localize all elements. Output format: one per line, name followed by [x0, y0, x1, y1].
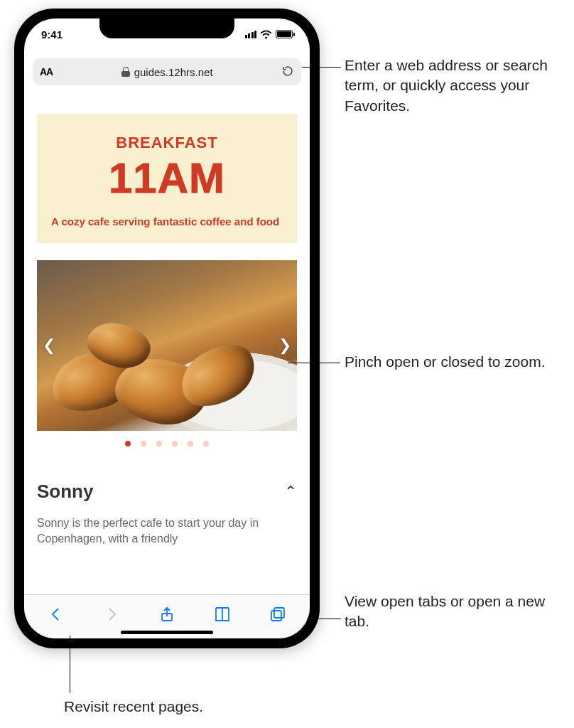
carousel-image[interactable]: ❮ ❯ [37, 260, 297, 431]
carousel-dot[interactable] [125, 441, 131, 446]
carousel-dot[interactable] [188, 441, 193, 446]
share-button[interactable] [153, 600, 181, 628]
callout-lead [302, 67, 341, 68]
article-title: Sonny [37, 481, 93, 503]
url-bar[interactable]: AA guides.12hrs.net [33, 58, 301, 85]
status-right [245, 30, 293, 39]
callout-zoom: Pinch open or closed to zoom. [345, 352, 546, 372]
carousel-dot[interactable] [141, 441, 146, 446]
carousel-next-button[interactable]: ❯ [278, 336, 291, 355]
carousel-dot[interactable] [156, 441, 162, 446]
banner-subtitle: A cozy cafe serving fantastic coffee and… [51, 215, 283, 228]
url-display[interactable]: guides.12hrs.net [121, 66, 213, 78]
carousel-prev-button[interactable]: ❮ [43, 336, 55, 355]
carousel-dots[interactable] [37, 441, 297, 446]
forward-button [97, 600, 126, 628]
article: Sonny ⌃ Sonny is the perfect cafe to sta… [37, 481, 297, 547]
callout-history: Revisit recent pages. [64, 697, 203, 717]
url-domain: guides.12hrs.net [134, 66, 213, 78]
reload-button[interactable] [281, 65, 294, 80]
svg-rect-2 [271, 611, 281, 621]
home-indicator[interactable] [121, 631, 213, 634]
wifi-icon [260, 30, 272, 39]
banner-label: BREAKFAST [51, 134, 283, 152]
article-body: Sonny is the perfect cafe to start your … [37, 515, 297, 547]
text-size-button[interactable]: AA [40, 66, 53, 77]
carousel-dot[interactable] [172, 441, 178, 446]
status-time: 9:41 [41, 28, 63, 41]
tabs-button[interactable] [264, 600, 292, 628]
bookmarks-button[interactable] [208, 600, 237, 628]
screen: 9:41 AA guides.12hrs.net BREAKFAST 11AM … [24, 18, 310, 638]
callout-address: Enter a web address or search term, or q… [345, 55, 572, 116]
back-button[interactable] [42, 600, 70, 628]
banner-title: 11AM [51, 154, 283, 203]
svg-rect-1 [274, 608, 284, 618]
phone-frame: 9:41 AA guides.12hrs.net BREAKFAST 11AM … [14, 9, 320, 648]
carousel-dot[interactable] [203, 441, 209, 446]
notch [99, 18, 234, 38]
lock-icon [121, 67, 130, 77]
collapse-icon[interactable]: ⌃ [284, 483, 297, 501]
callout-lead [307, 619, 341, 619]
callout-lead [288, 363, 340, 363]
cellular-icon [245, 31, 257, 38]
callout-lead-vertical [70, 636, 70, 692]
web-content[interactable]: BREAKFAST 11AM A cozy cafe serving fanta… [24, 92, 310, 589]
callout-tabs: View open tabs or open a new tab. [345, 592, 572, 632]
banner: BREAKFAST 11AM A cozy cafe serving fanta… [37, 114, 297, 243]
battery-icon [276, 30, 293, 38]
